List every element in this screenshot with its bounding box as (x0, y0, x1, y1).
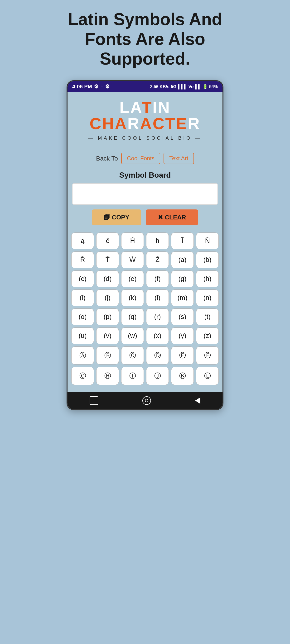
symbol-button[interactable]: (i) (71, 290, 94, 306)
status-signal-icon: ▌▌▌ (178, 84, 187, 89)
symbol-button[interactable]: ħ (146, 232, 169, 249)
symbol-button[interactable]: Ⓓ (146, 346, 169, 364)
symbol-button[interactable]: Ⓖ (71, 367, 94, 385)
page-headline: Latin Symbols And Fonts Are Also Support… (50, 10, 240, 68)
status-upload-icon: ↑ (101, 84, 103, 90)
section-title: Symbol Board (68, 171, 222, 180)
symbol-button[interactable]: (u) (71, 328, 94, 344)
symbol-button[interactable]: (g) (171, 270, 194, 287)
clear-button[interactable]: ✖ CLEAR (146, 210, 198, 225)
status-bar: 4:06 PM ⚙ ↑ ⚙ 2.56 KB/s 5G ▌▌▌ Vo ▌▌ 🔋 5… (68, 81, 222, 92)
status-gear-icon: ⚙ (105, 84, 110, 90)
app-title-line2: CHARACTER (72, 116, 218, 132)
symbol-button[interactable]: (j) (96, 290, 119, 306)
symbol-button[interactable]: (c) (71, 270, 94, 287)
status-battery-icon: 🔋 (202, 84, 208, 89)
symbol-button[interactable]: (q) (121, 308, 144, 325)
symbol-button[interactable]: (n) (196, 290, 219, 306)
symbol-button[interactable]: Ⓒ (121, 346, 144, 364)
symbol-button[interactable]: (h) (196, 270, 219, 287)
symbol-button[interactable]: Ⓘ (121, 367, 144, 385)
symbol-button[interactable]: (l) (146, 290, 169, 306)
symbol-input-wrapper (72, 183, 218, 205)
symbol-button[interactable]: Ⓕ (196, 346, 219, 364)
symbol-button[interactable]: Ⓗ (96, 367, 119, 385)
symbol-button[interactable]: (p) (96, 308, 119, 325)
status-network: 2.56 KB/s (150, 84, 169, 89)
app-header: LATIN CHARACTER — MAKE COOL SOCIAL BIO — (68, 92, 222, 146)
symbol-button[interactable]: (m) (171, 290, 194, 306)
status-volte-icon: Vo (188, 84, 194, 89)
symbol-button[interactable]: (d) (96, 270, 119, 287)
text-art-button[interactable]: Text Art (164, 153, 194, 164)
symbol-button[interactable]: Ⓔ (171, 346, 194, 364)
symbol-button[interactable]: (w) (121, 328, 144, 344)
symbol-button[interactable]: (f) (146, 270, 169, 287)
back-to-label: Back To (96, 155, 118, 162)
symbol-button[interactable]: Ť (96, 252, 119, 268)
symbol-button[interactable]: Ŵ (121, 252, 144, 268)
nav-circle-icon[interactable] (142, 396, 151, 405)
nav-bar (68, 392, 222, 409)
status-settings-icon: ⚙ (94, 84, 99, 90)
symbol-button[interactable]: (x) (146, 328, 169, 344)
cool-fonts-button[interactable]: Cool Fonts (121, 153, 160, 164)
symbol-button[interactable]: (a) (171, 252, 194, 268)
symbol-button[interactable]: (e) (121, 270, 144, 287)
action-row: 🗐 COPY ✖ CLEAR (68, 210, 222, 225)
symbol-button[interactable]: Ⓑ (96, 346, 119, 364)
nav-circle-inner (145, 399, 148, 402)
back-to-row: Back To Cool Fonts Text Art (68, 153, 222, 164)
symbol-input[interactable] (72, 183, 218, 205)
symbol-button[interactable]: Ⓙ (146, 367, 169, 385)
symbol-button[interactable]: (s) (171, 308, 194, 325)
symbol-button[interactable]: (b) (196, 252, 219, 268)
status-right: 2.56 KB/s 5G ▌▌▌ Vo ▌▌ 🔋 54% (150, 84, 218, 89)
symbol-button[interactable]: (k) (121, 290, 144, 306)
symbol-button[interactable]: č (96, 232, 119, 249)
symbol-button[interactable]: ą (71, 232, 94, 249)
symbol-button[interactable]: (r) (146, 308, 169, 325)
symbol-button[interactable]: (z) (196, 328, 219, 344)
symbol-button[interactable]: (t) (196, 308, 219, 325)
status-5g-icon: 5G (171, 84, 177, 89)
status-signal2-icon: ▌▌ (195, 84, 201, 89)
symbol-button[interactable]: (y) (171, 328, 194, 344)
status-left: 4:06 PM ⚙ ↑ ⚙ (72, 84, 110, 90)
status-battery-pct: 54% (209, 84, 218, 89)
symbol-button[interactable]: Ň (196, 232, 219, 249)
app-subtitle: — MAKE COOL SOCIAL BIO — (72, 135, 218, 141)
phone-frame: 4:06 PM ⚙ ↑ ⚙ 2.56 KB/s 5G ▌▌▌ Vo ▌▌ 🔋 5… (67, 80, 223, 410)
symbol-grid: ąčĤħĨŇŘŤŴŽ(a)(b)(c)(d)(e)(f)(g)(h)(i)(j)… (68, 228, 222, 390)
symbol-button[interactable]: Ⓛ (196, 367, 219, 385)
symbol-button[interactable]: Ĥ (121, 232, 144, 249)
symbol-button[interactable]: Ⓐ (71, 346, 94, 364)
symbol-button[interactable]: Ⓚ (171, 367, 194, 385)
nav-square-icon[interactable] (90, 396, 98, 405)
symbol-button[interactable]: Ĩ (171, 232, 194, 249)
symbol-button[interactable]: Ž (146, 252, 169, 268)
symbol-button[interactable]: Ř (71, 252, 94, 268)
copy-button[interactable]: 🗐 COPY (92, 210, 141, 225)
symbol-button[interactable]: (v) (96, 328, 119, 344)
status-time: 4:06 PM (72, 84, 92, 90)
nav-back-icon[interactable] (195, 397, 200, 404)
symbol-button[interactable]: (o) (71, 308, 94, 325)
app-title-line1: LATIN (72, 99, 218, 116)
